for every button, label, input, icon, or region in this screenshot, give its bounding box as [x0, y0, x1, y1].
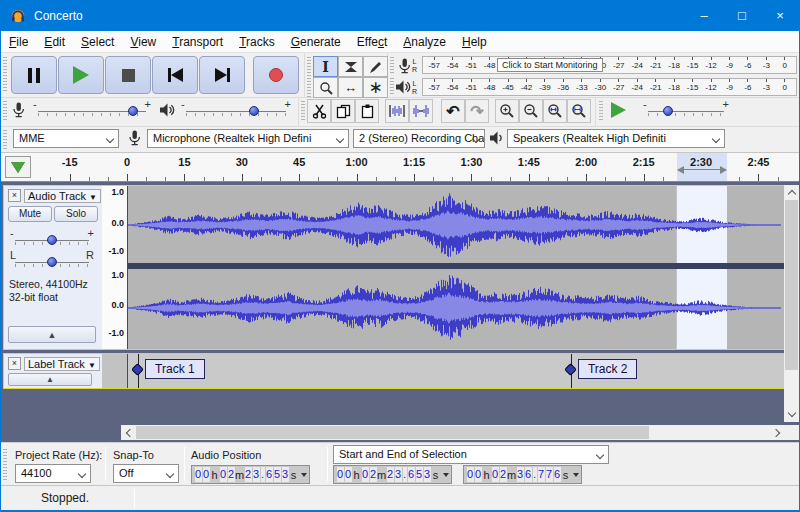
horizontal-scrollbar[interactable]	[121, 425, 785, 440]
time-digit[interactable]: 2	[387, 467, 394, 482]
slider-thumb[interactable]	[663, 106, 673, 116]
play-speed-slider[interactable]: - +	[643, 101, 729, 121]
time-digit[interactable]: 3	[253, 467, 260, 482]
selection-tool-button[interactable]: I	[313, 56, 338, 77]
playback-volume-slider[interactable]: - +	[181, 101, 291, 121]
envelope-tool-button[interactable]	[338, 56, 363, 77]
time-digit[interactable]: m	[235, 469, 244, 481]
selection-end-field[interactable]: 00h02m36.776s	[463, 465, 582, 484]
selection-start-field[interactable]: 00h02m23.653s	[333, 465, 452, 484]
time-digit[interactable]: 5	[274, 467, 281, 482]
time-digit[interactable]: s	[561, 469, 570, 481]
monitoring-tooltip[interactable]: Click to Start Monitoring	[497, 58, 603, 72]
timeline-ruler[interactable]: -1501530451:001:151:301:452:002:152:302:…	[1, 153, 799, 181]
label-text[interactable]: Track 1	[145, 359, 205, 379]
selection-range-mode-dropdown[interactable]: Start and End of Selection	[333, 445, 609, 464]
audio-track-close-button[interactable]: ×	[8, 189, 21, 202]
menu-effect[interactable]: Effect	[349, 32, 395, 52]
transport-toolbar-grip[interactable]	[3, 57, 7, 93]
time-digit[interactable]: 0	[492, 467, 499, 482]
recording-channels-dropdown[interactable]: 2 (Stereo) Recording Channels	[353, 129, 485, 148]
time-digit[interactable]: 0	[337, 467, 344, 482]
project-rate-dropdown[interactable]: 44100	[15, 464, 91, 483]
time-digit[interactable]: 2	[370, 467, 377, 482]
time-digit[interactable]: 2	[500, 467, 507, 482]
scroll-up-button[interactable]	[784, 185, 799, 200]
time-digit[interactable]: 7	[538, 467, 545, 482]
transcription-toolbar-grip[interactable]	[599, 101, 603, 122]
pause-button[interactable]	[11, 56, 57, 94]
pan-slider[interactable]: L R	[10, 252, 94, 272]
time-digit[interactable]: 6	[266, 467, 273, 482]
time-digit[interactable]: h	[210, 469, 219, 481]
scroll-down-button[interactable]	[784, 407, 799, 422]
waveform-canvas[interactable]	[128, 186, 784, 349]
play-button[interactable]	[58, 56, 104, 94]
time-digit[interactable]: 0	[195, 467, 202, 482]
time-digit[interactable]: 3	[424, 467, 431, 482]
slider-thumb[interactable]	[249, 106, 259, 116]
title-bar[interactable]: Concerto – □ ×	[1, 1, 799, 31]
time-digit[interactable]: .	[533, 467, 537, 482]
stop-button[interactable]	[105, 56, 151, 94]
audio-track-title-button[interactable]: Audio Track▼	[24, 189, 101, 203]
menu-select[interactable]: Select	[73, 32, 122, 52]
zoom-in-button[interactable]	[495, 99, 519, 123]
time-digit[interactable]: s	[431, 469, 440, 481]
time-digit[interactable]: 0	[362, 467, 369, 482]
label-text[interactable]: Track 2	[578, 359, 638, 379]
slider-thumb[interactable]	[47, 235, 57, 245]
device-toolbar-grip[interactable]	[3, 130, 7, 149]
copy-button[interactable]	[331, 99, 355, 123]
time-digit[interactable]: 0	[475, 467, 482, 482]
menu-file[interactable]: File	[1, 32, 36, 52]
time-digit[interactable]: 6	[554, 467, 561, 482]
paste-button[interactable]	[355, 99, 379, 123]
audio-host-dropdown[interactable]: MME	[13, 129, 119, 148]
time-digit[interactable]: 6	[408, 467, 415, 482]
cut-button[interactable]	[307, 99, 331, 123]
playback-device-dropdown[interactable]: Speakers (Realtek High Definiti	[507, 129, 725, 148]
collapse-label-track-button[interactable]: ▲	[8, 373, 92, 386]
time-digit[interactable]: 5	[416, 467, 423, 482]
silence-audio-button[interactable]	[409, 99, 433, 123]
time-digit[interactable]: m	[377, 469, 386, 481]
slider-thumb[interactable]	[47, 257, 57, 267]
time-digit[interactable]: .	[261, 467, 265, 482]
playback-meter[interactable]: -57-54-51-48-45-42-39-36-33-30-27-24-21-…	[422, 78, 797, 96]
time-digit[interactable]: m	[507, 469, 516, 481]
zoom-tool-button[interactable]	[313, 77, 338, 98]
edit-toolbar-grip[interactable]	[301, 101, 305, 122]
label-track-content[interactable]: Track 1Track 2	[128, 354, 784, 388]
time-field-dropdown-arrow[interactable]	[443, 473, 449, 477]
menu-tracks[interactable]: Tracks	[231, 32, 283, 52]
time-digit[interactable]: 0	[345, 467, 352, 482]
time-digit[interactable]: h	[482, 469, 491, 481]
multi-tool-button[interactable]: ∗	[363, 77, 388, 98]
label-flag-icon[interactable]	[564, 363, 577, 376]
menu-edit[interactable]: Edit	[36, 32, 73, 52]
collapse-track-button[interactable]: ▲	[8, 326, 96, 343]
time-digit[interactable]: 0	[220, 467, 227, 482]
h-scrollbar-thumb[interactable]	[136, 426, 649, 439]
mixer-toolbar-grip[interactable]	[3, 101, 7, 122]
recording-volume-slider[interactable]: - +	[33, 101, 151, 121]
time-digit[interactable]: s	[289, 469, 298, 481]
menu-transport[interactable]: Transport	[164, 32, 231, 52]
fit-selection-button[interactable]	[543, 99, 567, 123]
time-digit[interactable]: 0	[467, 467, 474, 482]
skip-to-start-button[interactable]	[152, 56, 198, 94]
fit-project-button[interactable]	[567, 99, 591, 123]
solo-button[interactable]: Solo	[54, 206, 98, 222]
menu-generate[interactable]: Generate	[283, 32, 349, 52]
snap-to-dropdown[interactable]: Off	[113, 464, 179, 483]
time-digit[interactable]: 3	[282, 467, 289, 482]
time-digit[interactable]: 0	[203, 467, 210, 482]
time-shift-tool-button[interactable]: ↔	[338, 77, 363, 98]
play-meter-grip[interactable]	[390, 78, 394, 96]
menu-view[interactable]: View	[122, 32, 164, 52]
draw-tool-button[interactable]	[363, 56, 388, 77]
close-button[interactable]: ×	[761, 1, 799, 31]
vertical-scale-ruler[interactable]: 1.0 0.0 -1.0 1.0 0.0 -1.0	[102, 186, 128, 349]
skip-to-end-button[interactable]	[199, 56, 245, 94]
